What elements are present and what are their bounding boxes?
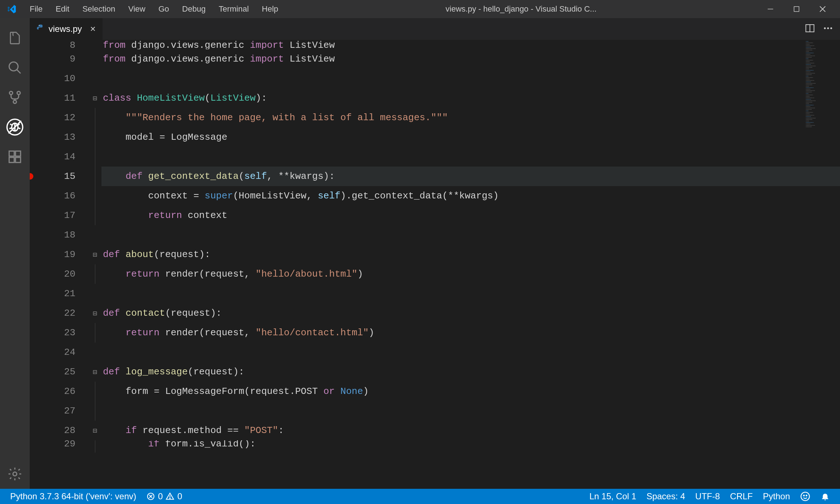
line-number[interactable]: 13: [30, 127, 88, 147]
fold-toggle-icon[interactable]: [88, 362, 101, 382]
explorer-icon[interactable]: [0, 23, 30, 53]
python-interpreter-status[interactable]: Python 3.7.3 64-bit ('venv': venv): [5, 491, 141, 501]
python-file-icon: [36, 24, 44, 34]
code-line[interactable]: from django.views.generic import ListVie…: [101, 49, 840, 69]
menu-help[interactable]: Help: [255, 1, 285, 17]
fold-toggle-icon[interactable]: [88, 421, 101, 440]
code-editor[interactable]: 8910111213141516171819202122232425262728…: [30, 40, 840, 489]
line-number-gutter[interactable]: 8910111213141516171819202122232425262728…: [30, 40, 88, 489]
code-line[interactable]: [101, 343, 840, 362]
fold-guide: [88, 382, 101, 401]
minimize-button[interactable]: [757, 0, 783, 18]
line-number[interactable]: 14: [30, 147, 88, 167]
code-line[interactable]: [101, 284, 840, 303]
code-line[interactable]: return render(request, "hello/contact.ht…: [101, 323, 840, 343]
feedback-icon[interactable]: [795, 491, 815, 501]
code-line[interactable]: class HomeListView(ListView):: [101, 88, 840, 108]
line-number[interactable]: 19: [30, 245, 88, 264]
notifications-icon[interactable]: [815, 492, 835, 501]
line-number[interactable]: 29: [30, 440, 88, 453]
line-number[interactable]: 28: [30, 421, 88, 440]
maximize-button[interactable]: [783, 0, 810, 18]
code-line[interactable]: def log_message(request):: [101, 362, 840, 382]
search-icon[interactable]: [0, 53, 30, 83]
code-line[interactable]: def contact(request):: [101, 303, 840, 323]
extensions-icon[interactable]: [0, 142, 30, 172]
svg-point-2: [9, 62, 18, 71]
fold-guide: [88, 40, 101, 49]
svg-point-30: [170, 498, 171, 499]
line-number[interactable]: 23: [30, 323, 88, 343]
eol-status[interactable]: CRLF: [725, 491, 758, 501]
line-number[interactable]: 25: [30, 362, 88, 382]
menu-debug[interactable]: Debug: [176, 1, 212, 17]
code-line[interactable]: from django.views.generic import ListVie…: [101, 40, 840, 49]
code-line[interactable]: def get_context_data(self, **kwargs):: [101, 167, 840, 186]
line-number[interactable]: 26: [30, 382, 88, 401]
language-mode-status[interactable]: Python: [758, 491, 795, 501]
fold-toggle-icon[interactable]: [88, 88, 101, 108]
line-number[interactable]: 27: [30, 401, 88, 421]
code-line[interactable]: [101, 225, 840, 245]
fold-guide: [88, 147, 101, 167]
settings-gear-icon[interactable]: [0, 459, 30, 489]
line-number[interactable]: 18: [30, 225, 88, 245]
line-number[interactable]: 16: [30, 186, 88, 206]
line-number[interactable]: 20: [30, 264, 88, 284]
line-number[interactable]: 15: [30, 167, 88, 186]
window-controls: [757, 0, 836, 18]
line-number[interactable]: 17: [30, 206, 88, 225]
code-line[interactable]: if request.method == "POST":: [101, 421, 840, 440]
tab-views-py[interactable]: views.py ✕: [30, 18, 103, 40]
menu-view[interactable]: View: [122, 1, 152, 17]
error-count: 0: [158, 491, 163, 501]
code-line[interactable]: return context: [101, 206, 840, 225]
code-content[interactable]: from django.views.generic import ListVie…: [101, 40, 840, 489]
line-number[interactable]: 12: [30, 108, 88, 127]
warning-icon: [166, 492, 174, 501]
code-line[interactable]: def about(request):: [101, 245, 840, 264]
close-tab-icon[interactable]: ✕: [90, 25, 96, 33]
line-number[interactable]: 22: [30, 303, 88, 323]
fold-toggle-icon[interactable]: [88, 303, 101, 323]
code-line[interactable]: return render(request, "hello/about.html…: [101, 264, 840, 284]
code-line[interactable]: [101, 401, 840, 421]
code-line[interactable]: model = LogMessage: [101, 127, 840, 147]
cursor-position-status[interactable]: Ln 15, Col 1: [584, 491, 641, 501]
fold-gutter[interactable]: [88, 40, 101, 489]
editor-tab-bar: views.py ✕: [30, 18, 840, 40]
problems-status[interactable]: 0 0: [141, 491, 187, 501]
line-number[interactable]: 21: [30, 284, 88, 303]
line-number[interactable]: 10: [30, 69, 88, 88]
line-number[interactable]: 24: [30, 343, 88, 362]
fold-guide: [88, 440, 101, 453]
title-bar: FileEditSelectionViewGoDebugTerminalHelp…: [0, 0, 840, 18]
code-line[interactable]: [101, 147, 840, 167]
code-line[interactable]: if form.is_valid():: [101, 440, 840, 453]
minimap[interactable]: ▬▬▬▬ ▬▬▬▬▬▬▬▬▬▬▬ ▬▬▬▬▬▬ ▬▬▬▬▬▬▬▬▬▬▬▬▬ ▬▬…: [804, 40, 840, 148]
code-line[interactable]: [101, 69, 840, 88]
fold-guide: [88, 49, 101, 69]
menu-go[interactable]: Go: [152, 1, 175, 17]
split-editor-icon[interactable]: [804, 23, 815, 35]
more-actions-icon[interactable]: [823, 23, 833, 35]
menu-edit[interactable]: Edit: [49, 1, 76, 17]
breakpoint-icon[interactable]: [30, 173, 33, 180]
close-button[interactable]: [810, 0, 836, 18]
code-line[interactable]: context = super(HomeListView, self).get_…: [101, 186, 840, 206]
svg-rect-16: [16, 151, 21, 156]
line-number[interactable]: 9: [30, 49, 88, 69]
menu-file[interactable]: File: [23, 1, 49, 17]
code-line[interactable]: """Renders the home page, with a list of…: [101, 108, 840, 127]
line-number[interactable]: 11: [30, 88, 88, 108]
debug-icon[interactable]: [0, 112, 30, 142]
menu-terminal[interactable]: Terminal: [212, 1, 255, 17]
source-control-icon[interactable]: [0, 83, 30, 112]
encoding-status[interactable]: UTF-8: [690, 491, 725, 501]
menu-selection[interactable]: Selection: [76, 1, 122, 17]
line-number[interactable]: 8: [30, 40, 88, 49]
fold-guide: [88, 127, 101, 147]
code-line[interactable]: form = LogMessageForm(request.POST or No…: [101, 382, 840, 401]
indentation-status[interactable]: Spaces: 4: [641, 491, 690, 501]
fold-toggle-icon[interactable]: [88, 245, 101, 264]
